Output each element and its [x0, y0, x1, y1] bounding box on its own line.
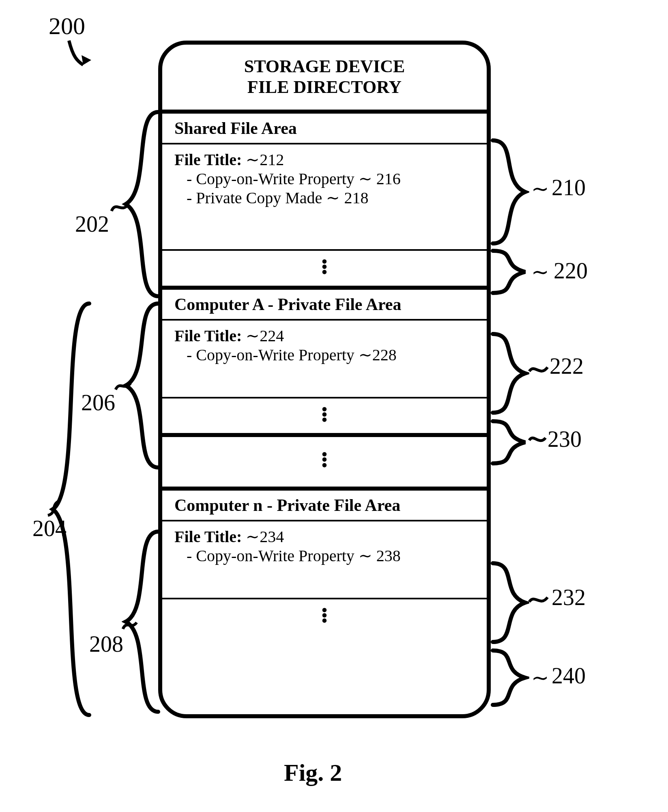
leader-208-icon	[122, 617, 138, 633]
tilde-icon: ∼	[246, 528, 260, 546]
compA-more-dots: • • •	[162, 398, 487, 433]
storage-device-box: STORAGE DEVICE FILE DIRECTORY Shared Fil…	[158, 41, 491, 718]
ref-202: 202	[75, 211, 109, 237]
brace-right-210-icon	[489, 137, 529, 247]
leader-232-icon	[527, 592, 550, 609]
shared-file-title-line: File Title: ∼212	[174, 150, 475, 169]
compA-cow-line: - Copy-on-Write Property ∼228	[174, 345, 475, 364]
shared-area-header: Shared File Area	[162, 110, 487, 143]
device-title-line2: FILE DIRECTORY	[247, 77, 402, 98]
cow-label: - Copy-on-Write Property	[187, 346, 354, 364]
tilde-icon: ∼	[359, 170, 376, 188]
ref-234: 234	[260, 528, 284, 546]
brace-right-220-icon	[489, 248, 529, 296]
ref-200-num: 200	[49, 13, 85, 39]
ref-228: 228	[372, 346, 397, 364]
shared-entry-block: File Title: ∼212 - Copy-on-Write Propert…	[162, 144, 487, 249]
brace-right-230-icon	[489, 418, 529, 467]
figure-label: Fig. 2	[284, 759, 342, 787]
device-title: STORAGE DEVICE FILE DIRECTORY	[162, 45, 487, 110]
tilde-icon: ∼	[531, 260, 549, 284]
pcm-label: - Private Copy Made	[187, 189, 322, 207]
ref-200-arrow-icon	[61, 37, 97, 73]
figure-canvas: 200 STORAGE DEVICE FILE DIRECTORY Shared…	[0, 0, 668, 812]
tilde-icon: ∼	[246, 151, 260, 169]
brace-right-222-icon	[489, 331, 529, 416]
ref-204: 204	[32, 515, 67, 541]
ref-212: 212	[260, 151, 284, 169]
shared-pcm-line: - Private Copy Made ∼ 218	[174, 188, 475, 207]
tilde-icon: ∼	[359, 547, 376, 565]
ref-230: 230	[548, 426, 582, 452]
brace-right-240-icon	[489, 647, 529, 708]
leader-204-icon	[45, 499, 63, 517]
leader-222-icon	[527, 361, 550, 379]
compN-more-dots: • • •	[162, 599, 487, 634]
compN-entry-block: File Title: ∼234 - Copy-on-Write Propert…	[162, 521, 487, 598]
compA-entry-block: File Title: ∼224 - Copy-on-Write Propert…	[162, 321, 487, 397]
file-title-label: File Title:	[174, 528, 242, 546]
leader-202-icon	[110, 199, 130, 215]
ref-200: 200	[49, 12, 85, 40]
compN-header: Computer n - Private File Area	[162, 487, 487, 520]
leader-230-icon	[527, 432, 548, 448]
between-areas-dots: • • •	[162, 437, 487, 487]
ref-238: 238	[376, 547, 401, 565]
tilde-icon: ∼	[531, 666, 549, 690]
tilde-icon: ∼	[359, 346, 372, 364]
compN-file-title-line: File Title: ∼234	[174, 527, 475, 546]
cow-label: - Copy-on-Write Property	[187, 170, 354, 188]
ref-222: 222	[550, 353, 584, 379]
ref-220: 220	[554, 258, 588, 284]
device-title-line1: STORAGE DEVICE	[244, 56, 405, 77]
ref-224: 224	[260, 327, 284, 345]
tilde-icon: ∼	[246, 327, 260, 345]
dot-icon: •	[162, 417, 487, 422]
shared-cow-line: - Copy-on-Write Property ∼ 216	[174, 169, 475, 188]
tilde-icon: ∼	[531, 177, 549, 201]
compA-header: Computer A - Private File Area	[162, 286, 487, 319]
compA-file-title-line: File Title: ∼224	[174, 326, 475, 345]
dot-icon: •	[162, 463, 487, 468]
ref-218: 218	[344, 189, 368, 207]
tilde-icon: ∼	[326, 189, 344, 207]
compN-cow-line: - Copy-on-Write Property ∼ 238	[174, 546, 475, 565]
ref-232: 232	[552, 584, 586, 610]
brace-right-232-icon	[489, 560, 529, 645]
shared-more-dots: • • •	[162, 251, 487, 286]
leader-206-icon	[114, 377, 132, 394]
divider-thick	[162, 433, 487, 437]
dot-icon: •	[162, 618, 487, 623]
ref-216: 216	[376, 170, 401, 188]
ref-240: 240	[552, 663, 586, 689]
file-title-label: File Title:	[174, 327, 242, 345]
cow-label: - Copy-on-Write Property	[187, 547, 354, 565]
ref-210: 210	[552, 174, 586, 200]
file-title-label: File Title:	[174, 151, 242, 169]
ref-208: 208	[89, 631, 123, 657]
dot-icon: •	[162, 269, 487, 275]
